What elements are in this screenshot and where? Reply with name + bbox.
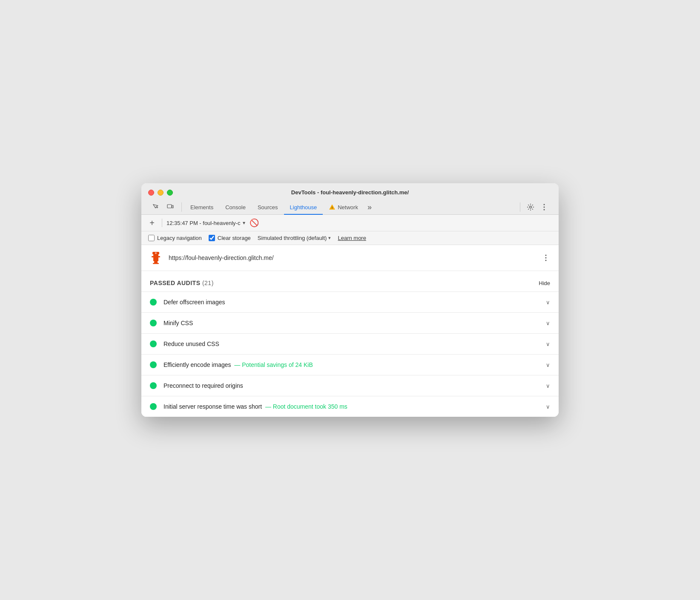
pass-indicator — [150, 299, 157, 306]
maximize-button[interactable] — [167, 190, 173, 196]
tab-console[interactable]: Console — [219, 201, 252, 215]
chevron-down-icon: ∨ — [546, 362, 550, 368]
pass-indicator — [150, 361, 157, 368]
tab-bar: Elements Console Sources Lighthouse ! Ne… — [148, 200, 552, 214]
tab-divider — [181, 202, 182, 212]
audit-item-preconnect-origins[interactable]: Preconnect to required origins ∨ — [141, 375, 559, 396]
svg-point-5 — [544, 207, 545, 208]
svg-rect-1 — [172, 205, 173, 208]
tab-bar-right — [517, 201, 550, 213]
pass-indicator — [150, 340, 157, 347]
audit-item-defer-offscreen-images[interactable]: Defer offscreen images ∨ — [141, 291, 559, 312]
title-bar: DevTools - foul-heavenly-direction.glitc… — [141, 183, 559, 215]
audit-savings: — Root document took 350 ms — [265, 403, 347, 410]
tab-sources[interactable]: Sources — [252, 201, 284, 215]
audit-item-reduce-unused-css[interactable]: Reduce unused CSS ∨ — [141, 333, 559, 354]
chevron-down-icon: ∨ — [546, 383, 550, 389]
right-divider — [520, 202, 520, 212]
devtools-icons — [150, 201, 176, 213]
svg-text:!: ! — [332, 206, 333, 210]
add-tab-button[interactable]: + — [146, 217, 158, 228]
audit-label: Efficiently encode images — Potential sa… — [164, 361, 539, 368]
pass-indicator — [150, 403, 157, 410]
pass-indicator — [150, 382, 157, 389]
settings-icon[interactable] — [525, 201, 536, 213]
warning-icon: ! — [329, 204, 336, 211]
clear-storage-input[interactable] — [209, 235, 215, 241]
throttling-label: Simulated throttling (default) — [258, 235, 327, 241]
url-row: https://foul-heavenly-direction.glitch.m… — [141, 245, 559, 271]
svg-rect-0 — [167, 205, 172, 208]
options-bar: Legacy navigation Clear storage Simulate… — [141, 231, 559, 245]
svg-rect-9 — [152, 256, 160, 257]
chevron-down-icon: ∨ — [546, 299, 550, 306]
site-url: https://foul-heavenly-direction.glitch.m… — [169, 254, 535, 261]
lighthouse-logo — [148, 250, 164, 265]
clear-storage-checkbox[interactable]: Clear storage — [209, 235, 251, 241]
more-options-icon[interactable] — [538, 201, 550, 213]
minimize-button[interactable] — [158, 190, 164, 196]
audit-label: Minify CSS — [164, 320, 539, 326]
svg-point-12 — [155, 252, 157, 254]
toolbar-divider — [162, 219, 162, 227]
audit-item-server-response-time[interactable]: Initial server response time was short —… — [141, 396, 559, 417]
legacy-navigation-input[interactable] — [148, 235, 155, 241]
tab-lighthouse[interactable]: Lighthouse — [284, 201, 323, 215]
hide-button[interactable]: Hide — [539, 280, 550, 286]
svg-point-15 — [545, 260, 547, 261]
chevron-down-icon: ∨ — [546, 404, 550, 410]
no-entry-icon[interactable]: 🚫 — [250, 218, 259, 228]
url-selector-text: 12:35:47 PM - foul-heavenly-c — [166, 220, 240, 226]
url-more-button[interactable] — [540, 252, 552, 264]
main-content: https://foul-heavenly-direction.glitch.m… — [141, 245, 559, 417]
legacy-navigation-label: Legacy navigation — [157, 235, 202, 241]
more-tabs-button[interactable]: » — [364, 201, 375, 213]
passed-audits-header: PASSED AUDITS (21) Hide — [141, 271, 559, 291]
audit-item-efficiently-encode-images[interactable]: Efficiently encode images — Potential sa… — [141, 354, 559, 375]
svg-point-3 — [530, 206, 532, 208]
passed-audits-title: PASSED AUDITS (21) — [150, 280, 214, 286]
audit-count: (21) — [202, 280, 214, 286]
audit-list: Defer offscreen images ∨ Minify CSS ∨ Re… — [141, 291, 559, 417]
legacy-navigation-checkbox[interactable]: Legacy navigation — [148, 235, 202, 241]
throttling-select[interactable]: Simulated throttling (default) ▾ — [258, 235, 331, 241]
audit-item-minify-css[interactable]: Minify CSS ∨ — [141, 312, 559, 333]
inspect-icon[interactable] — [150, 201, 162, 213]
chevron-down-icon: ▾ — [243, 220, 245, 226]
chevron-down-icon: ∨ — [546, 341, 550, 347]
audit-label: Preconnect to required origins — [164, 382, 539, 389]
clear-storage-label: Clear storage — [218, 235, 251, 241]
close-button[interactable] — [148, 190, 154, 196]
audit-label: Reduce unused CSS — [164, 340, 539, 347]
url-selector[interactable]: 12:35:47 PM - foul-heavenly-c ▾ — [166, 220, 245, 226]
svg-rect-11 — [153, 263, 159, 264]
audit-savings: — Potential savings of 24 KiB — [234, 361, 313, 368]
svg-point-14 — [545, 257, 547, 259]
audit-label: Initial server response time was short —… — [164, 403, 539, 410]
chevron-down-icon: ∨ — [546, 320, 550, 326]
traffic-lights — [148, 190, 173, 196]
svg-point-6 — [544, 209, 545, 211]
pass-indicator — [150, 320, 157, 326]
audit-label: Defer offscreen images — [164, 299, 539, 306]
throttling-dropdown-arrow: ▾ — [328, 235, 331, 241]
device-icon[interactable] — [164, 201, 176, 213]
window-title: DevTools - foul-heavenly-direction.glitc… — [291, 189, 409, 196]
tab-elements[interactable]: Elements — [184, 201, 219, 215]
svg-point-4 — [544, 204, 545, 205]
devtools-window: DevTools - foul-heavenly-direction.glitc… — [141, 183, 559, 417]
svg-point-13 — [545, 255, 547, 256]
tab-network[interactable]: ! Network — [323, 200, 364, 215]
toolbar: + 12:35:47 PM - foul-heavenly-c ▾ 🚫 — [141, 215, 559, 231]
svg-rect-8 — [153, 254, 158, 261]
learn-more-link[interactable]: Learn more — [338, 235, 366, 241]
